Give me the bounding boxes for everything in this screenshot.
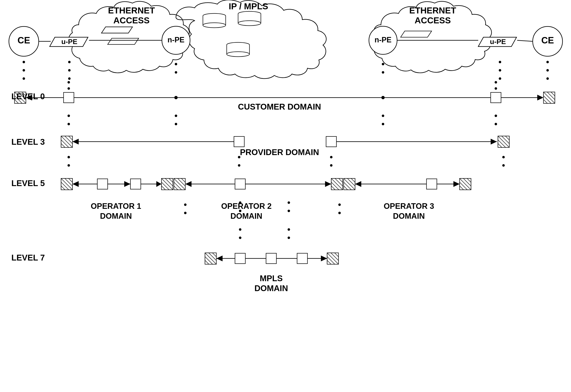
provider-domain-label: PROVIDER DOMAIN bbox=[240, 148, 319, 157]
dot bbox=[68, 77, 71, 80]
svg-text:CE: CE bbox=[541, 35, 554, 45]
dot bbox=[287, 228, 290, 231]
dot bbox=[495, 114, 497, 117]
level5-arrow-3 bbox=[156, 181, 162, 187]
cylinder-1 bbox=[203, 14, 226, 28]
level5-arrow-6 bbox=[355, 181, 361, 187]
svg-rect-106 bbox=[266, 253, 276, 264]
level7-node-1 bbox=[235, 253, 245, 264]
level5-endpoint-far-left bbox=[61, 178, 73, 190]
ethernet-access-right-label-line2: ACCESS bbox=[415, 15, 451, 25]
level3-arrow-right bbox=[491, 139, 497, 144]
dot bbox=[68, 69, 71, 71]
svg-rect-92 bbox=[426, 179, 437, 189]
level5-arrow-5 bbox=[325, 181, 331, 187]
svg-point-8 bbox=[203, 23, 226, 28]
svg-rect-105 bbox=[235, 253, 245, 264]
level5-endpoint-far-right bbox=[460, 178, 471, 190]
dot bbox=[546, 77, 549, 80]
level5-label: LEVEL 5 bbox=[11, 179, 45, 188]
dot bbox=[502, 164, 505, 167]
level5-node-center bbox=[235, 179, 245, 189]
dot bbox=[175, 63, 177, 65]
switch-left-upper bbox=[102, 27, 133, 33]
dot bbox=[67, 81, 70, 84]
dot bbox=[382, 123, 384, 125]
svg-rect-66 bbox=[130, 179, 141, 189]
level3-label: LEVEL 3 bbox=[11, 137, 45, 146]
customer-domain-label: CUSTOMER DOMAIN bbox=[238, 102, 321, 111]
operator3-domain-label-line1: OPERATOR 3 bbox=[384, 202, 434, 210]
operator2-domain-label-line1: OPERATOR 2 bbox=[221, 202, 272, 210]
dot bbox=[382, 63, 384, 65]
level3-endpoint-left bbox=[61, 136, 73, 147]
svg-rect-79 bbox=[235, 179, 245, 189]
dot bbox=[68, 61, 71, 63]
svg-marker-0 bbox=[102, 27, 133, 33]
svg-point-18 bbox=[227, 52, 250, 57]
switch-right bbox=[401, 31, 432, 37]
level7-node-2 bbox=[266, 253, 276, 264]
level5-dbl-endpoint-right2 bbox=[344, 178, 355, 190]
ethernet-access-left-label-line1: ETHERNET bbox=[108, 6, 155, 15]
dot bbox=[495, 123, 497, 125]
level5-node-right bbox=[426, 179, 437, 189]
dot bbox=[499, 77, 501, 80]
svg-rect-107 bbox=[297, 253, 307, 264]
dot bbox=[67, 156, 70, 158]
svg-rect-37 bbox=[63, 92, 74, 103]
level0-node-left bbox=[63, 92, 74, 103]
level0-dot-right bbox=[381, 96, 385, 99]
level5-arrow-1 bbox=[73, 181, 79, 187]
dot bbox=[502, 156, 505, 158]
dot bbox=[238, 156, 240, 158]
dot bbox=[67, 87, 70, 90]
dot bbox=[239, 237, 241, 239]
dot bbox=[546, 61, 549, 63]
level7-arrow-4 bbox=[321, 255, 327, 261]
dot bbox=[287, 237, 290, 239]
dot bbox=[330, 156, 332, 158]
level5-arrow-4 bbox=[185, 181, 192, 187]
operator1-domain-label-line2: DOMAIN bbox=[100, 212, 132, 220]
dot bbox=[338, 203, 341, 206]
n-pe-left: n-PE bbox=[162, 26, 190, 54]
dot bbox=[23, 77, 25, 80]
dot bbox=[495, 81, 497, 84]
upe-to-ce-line-right bbox=[517, 40, 533, 41]
dot bbox=[184, 212, 187, 214]
u-pe-left: u-PE bbox=[50, 37, 88, 46]
dot bbox=[499, 61, 501, 63]
level7-endpoint-right bbox=[327, 253, 339, 264]
dot bbox=[495, 87, 497, 90]
dot bbox=[238, 164, 240, 167]
cylinder-3 bbox=[227, 42, 250, 57]
level5-dbl-endpoint-left2 bbox=[174, 178, 185, 190]
level5-dbl-endpoint-left bbox=[162, 178, 173, 190]
dot bbox=[67, 164, 70, 167]
svg-text:n-PE: n-PE bbox=[167, 36, 184, 44]
level7-label: LEVEL 7 bbox=[11, 253, 45, 262]
dot bbox=[330, 164, 332, 167]
dot bbox=[184, 203, 187, 206]
switch-left-lower bbox=[108, 38, 139, 44]
dot bbox=[23, 61, 25, 63]
ce-left: CE bbox=[9, 27, 39, 56]
ce-right: CE bbox=[533, 27, 562, 56]
level5-node-2 bbox=[130, 179, 141, 189]
svg-rect-38 bbox=[491, 92, 501, 103]
dot bbox=[67, 123, 70, 125]
n-pe-right: n-PE bbox=[369, 26, 397, 54]
dot bbox=[287, 210, 290, 212]
level0-node-right bbox=[491, 92, 501, 103]
dot bbox=[23, 69, 25, 71]
level0-dot-left bbox=[174, 96, 178, 99]
svg-rect-52 bbox=[326, 137, 336, 147]
level7-node-3 bbox=[297, 253, 307, 264]
dot bbox=[175, 71, 177, 74]
dot bbox=[382, 71, 384, 74]
svg-text:CE: CE bbox=[17, 35, 30, 45]
level0-arrow-right bbox=[537, 95, 543, 100]
svg-text:u-PE: u-PE bbox=[61, 38, 77, 45]
level0-endpoint-right bbox=[543, 92, 555, 103]
